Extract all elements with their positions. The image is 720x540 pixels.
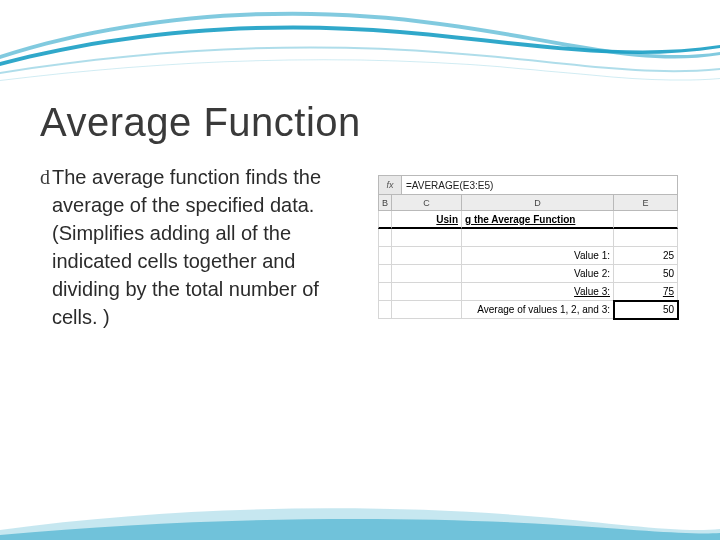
column-header-c: C [392,195,462,211]
slide-title: Average Function [40,100,680,145]
table-row: Value 1: 25 [378,247,678,265]
row-value: 50 [614,265,678,283]
spacer-row [378,229,678,247]
decorative-wave-top [0,0,720,95]
bullet-item: d The average function finds the average… [40,163,350,331]
fx-icon: fx [378,176,402,195]
row-label: Average of values 1, 2, and 3: [462,301,614,319]
column-header-e: E [614,195,678,211]
formula-bar: fx =AVERAGE(E3:E5) [378,175,678,195]
column-header-b: B [378,195,392,211]
row-label: Value 2: [462,265,614,283]
row-value: 25 [614,247,678,265]
row-label: Value 3: [462,283,614,301]
bullet-icon: d [40,163,50,191]
active-cell: 50 [614,301,678,319]
column-header-d: D [462,195,614,211]
column-headers: B C D E [378,195,678,211]
row-value: 75 [614,283,678,301]
formula-input: =AVERAGE(E3:E5) [402,176,678,195]
table-row: Value 2: 50 [378,265,678,283]
table-row: Value 3: 75 [378,283,678,301]
bullet-text: The average function finds the average o… [52,163,350,331]
section-title-row: Usin g the Average Function [378,211,678,229]
table-row: Average of values 1, 2, and 3: 50 [378,301,678,319]
row-label: Value 1: [462,247,614,265]
excel-figure: fx =AVERAGE(E3:E5) B C D E Usin g the Av… [350,163,680,331]
decorative-wave-bottom [0,495,720,540]
